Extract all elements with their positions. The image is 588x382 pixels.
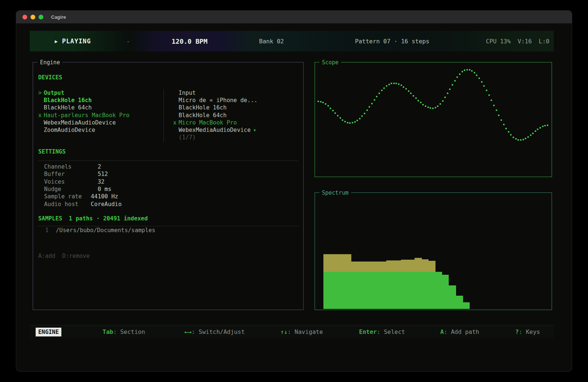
waveform-dot	[364, 113, 365, 114]
waveform-dot	[523, 139, 524, 140]
status-bar: ENGINE Tab: Section←→: Switch/Adjust↑↓: …	[30, 325, 554, 338]
hint-colon: :	[287, 328, 294, 335]
waveform-dot	[527, 136, 529, 138]
waveform-dot	[530, 134, 531, 136]
close-window-button[interactable]	[22, 15, 27, 19]
waveform-dot	[515, 138, 517, 140]
key-hint: ←→: Switch/Adjust	[184, 325, 245, 339]
voice-count: V:16	[518, 38, 532, 45]
playback-status[interactable]: ▶ PLAYING	[55, 31, 91, 51]
waveform-dot	[539, 127, 541, 129]
pattern-display[interactable]: Pattern 07 · 16 steps	[355, 31, 429, 51]
device-list-item[interactable]: ZoomAudioDevice	[38, 126, 129, 134]
swing-indicator[interactable]: -	[126, 31, 130, 51]
waveform-dot	[488, 94, 490, 96]
minimize-window-button[interactable]	[31, 15, 35, 19]
device-list-item[interactable]: BlackHole 64ch	[173, 112, 258, 119]
hint-colon: :	[113, 328, 120, 335]
waveform-dot	[469, 69, 470, 71]
settings-row[interactable]: Sample rate44100 Hz	[44, 193, 122, 200]
waveform-dot	[401, 84, 402, 86]
window-titlebar[interactable]: Cagire	[16, 11, 572, 24]
device-name: Micro MacBook Pro	[179, 119, 237, 126]
waveform-dot	[462, 71, 463, 72]
waveform-dot	[486, 90, 487, 91]
devices-heading: DEVICES	[38, 74, 62, 81]
setting-label: Sample rate	[44, 193, 91, 200]
waveform-dot	[510, 134, 512, 136]
setting-value: 512	[91, 171, 108, 177]
waveform-dot	[395, 83, 397, 84]
pagination-text: (1/7)	[179, 134, 196, 141]
bpm-display[interactable]: 120.0 BPM	[172, 31, 208, 51]
device-name: Micro de « iPhone de...	[179, 97, 258, 104]
setting-value: CoreAudio	[91, 201, 122, 208]
spectrum-panel: Spectrum	[315, 192, 552, 310]
waveform-dot	[474, 72, 475, 73]
scope-panel: Scope	[315, 62, 552, 177]
setting-value: 2	[91, 163, 101, 170]
setting-label: Nudge	[44, 186, 91, 192]
waveform-dot	[359, 118, 361, 119]
setting-value: 0 ms	[91, 186, 111, 192]
active-device-marker: x	[38, 112, 44, 119]
waveform-dot	[391, 83, 392, 84]
zoom-window-button[interactable]	[39, 15, 43, 19]
spectrum-level-bar	[386, 272, 401, 309]
device-column-header: Input	[173, 89, 258, 97]
samples-index-summary: 1 paths · 20491 indexed	[69, 215, 148, 222]
device-list-item[interactable]: xMicro MacBook Pro	[173, 119, 258, 126]
settings-row[interactable]: Buffer 512	[44, 170, 122, 178]
settings-row[interactable]: Channels 2	[44, 163, 122, 170]
settings-row[interactable]: Nudge 0 ms	[44, 185, 122, 193]
device-list-item[interactable]: xHaut-parleurs MacBook Pro	[38, 112, 129, 119]
settings-row[interactable]: Voices 32	[44, 178, 122, 185]
device-name: Haut-parleurs MacBook Pro	[44, 112, 129, 119]
device-name: WebexMediaAudioDevice	[179, 127, 251, 133]
device-list-item[interactable]: Micro de « iPhone de...	[173, 97, 258, 104]
scroll-more-icon: ▼	[254, 128, 256, 132]
spectrum-peak-hold-bar	[351, 262, 386, 272]
sample-path-list: 1/Users/bubo/Documents/samples	[38, 227, 155, 234]
spectrum-level-bar	[401, 272, 415, 309]
device-list-pagination: (1/7)	[173, 134, 258, 141]
device-list-item[interactable]: BlackHole 16ch	[173, 104, 258, 111]
setting-label: Voices	[44, 179, 91, 185]
hint-colon: :	[191, 328, 198, 335]
device-list-item[interactable]: WebexMediaAudioDevice	[38, 119, 129, 126]
waveform-dot	[532, 133, 534, 134]
waveform-dot	[340, 117, 341, 119]
bank-display[interactable]: Bank 02	[259, 31, 284, 51]
waveform-dot	[542, 126, 544, 127]
waveform-dot	[415, 97, 417, 99]
spectrum-level-bar	[351, 272, 386, 309]
waveform-dot	[547, 125, 548, 126]
spectrum-level-bar	[422, 272, 429, 309]
key-hint: ?: Keys	[515, 325, 540, 339]
waveform-dot	[459, 73, 460, 75]
device-list-item[interactable]: BlackHole 64ch	[38, 104, 129, 111]
samples-divider	[38, 226, 299, 226]
waveform-dot	[413, 95, 414, 97]
oscilloscope-waveform	[315, 63, 551, 176]
engine-panel: Engine DEVICES >OutputBlackHole 16chBlac…	[33, 62, 304, 310]
device-list-item[interactable]: WebexMediaAudioDevice▼	[173, 126, 258, 134]
sample-path-row[interactable]: 1/Users/bubo/Documents/samples	[38, 227, 155, 234]
device-columns-divider	[164, 89, 164, 142]
device-name: BlackHole 16ch	[179, 104, 227, 111]
waveform-dot	[517, 139, 519, 141]
spectrum-peak-hold-bar	[386, 260, 401, 272]
device-name: BlackHole 64ch	[44, 104, 92, 111]
spectrum-peak-hold-bar	[429, 261, 435, 272]
device-name: WebexMediaAudioDevice	[44, 119, 116, 126]
waveform-dot	[449, 89, 451, 90]
hint-label: Add path	[451, 328, 479, 335]
device-list-item[interactable]: BlackHole 16ch	[38, 97, 129, 104]
path-index: 1	[38, 227, 49, 234]
settings-row[interactable]: Audio hostCoreAudio	[44, 200, 122, 208]
setting-label: Audio host	[44, 201, 91, 208]
settings-divider	[38, 161, 299, 161]
setting-value: 44100 Hz	[91, 193, 118, 200]
waveform-dot	[374, 99, 375, 101]
desktop: Cagire ▶ PLAYING - 120.0 BPM Bank 02 Pat…	[0, 0, 588, 382]
